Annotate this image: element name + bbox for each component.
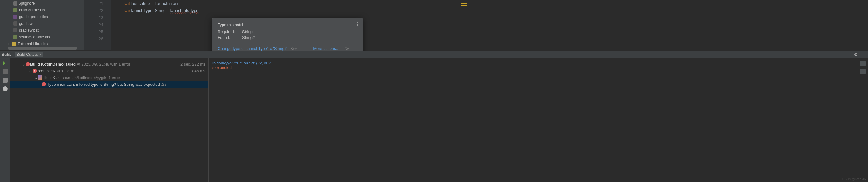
tab-build-output-label: Build Output (17, 52, 38, 57)
minimize-icon[interactable]: — (862, 52, 866, 57)
tree-item-external-libraries[interactable]: ›External Libraries (0, 40, 84, 47)
line-number: 23 (84, 14, 103, 21)
kotlin-file-icon (38, 75, 42, 80)
close-icon[interactable]: × (39, 52, 41, 57)
rerun-icon[interactable] (3, 61, 8, 66)
build-tabs: Build: Build Output× ⚙ — (0, 51, 868, 58)
code-line-22: var launchType: String = launchInfo.type (112, 7, 467, 14)
file-icon (13, 15, 18, 19)
code-line-21: val launchInfo = LaunchInfo() (112, 0, 467, 7)
found-label: Found: (218, 35, 240, 40)
build-row-error[interactable]: ! Type mismatch: inferred type is String… (10, 81, 208, 87)
soft-wrap-icon[interactable] (860, 61, 866, 66)
build-row-label: Build KotlinDemo: (30, 62, 65, 67)
build-row-time: 845 ms (192, 69, 208, 73)
error-icon: ! (26, 62, 30, 66)
filter-icon[interactable] (3, 69, 8, 74)
build-row-label: :compileKotlin (38, 69, 63, 73)
file-icon (13, 35, 18, 39)
line-number: 25 (84, 28, 103, 35)
build-row-label: HelloKt.kt (43, 75, 61, 80)
identifier: launchInfo (131, 1, 150, 6)
identifier: launchType (131, 8, 153, 13)
operator: = (167, 8, 169, 13)
build-row-compile[interactable]: ⌄ ! :compileKotlin 1 error 845 ms (10, 67, 208, 74)
build-row-file[interactable]: ⌄ HelloKt.kt src/main/kotlin/com/yyg/kt … (10, 74, 208, 81)
tree-item-label: settings.gradle.kts (19, 35, 50, 39)
build-row-time: 2 sec, 222 ms (181, 62, 208, 67)
keyword: val (124, 1, 129, 6)
scroll-to-end-icon[interactable] (860, 69, 866, 74)
keyword: var (124, 8, 130, 13)
tree-item-label: gradlew.bat (19, 28, 39, 33)
required-value: String (242, 29, 357, 34)
tooltip-title: Type mismatch. (218, 22, 357, 27)
file-icon (13, 28, 18, 33)
chevron-down-icon[interactable]: ⌄ (22, 62, 26, 67)
build-row-meta: 1 error (64, 69, 75, 73)
tree-item-settings-gradle[interactable]: settings.gradle.kts (0, 34, 84, 40)
tree-item-label: gradlew (19, 22, 33, 26)
build-tab-label: Build: (2, 52, 11, 57)
build-row-status: failed (66, 62, 75, 67)
tree-item-build-gradle[interactable]: build.gradle.kts (0, 7, 84, 13)
tree-item-gradle-properties[interactable]: gradle.properties (0, 13, 84, 20)
quickfix-link[interactable]: Change type of 'launchType' to 'String?' (218, 46, 287, 51)
editor-gutter: 21 22 23 24 25 26 (84, 0, 110, 50)
required-label: Required: (218, 29, 240, 34)
pin-icon[interactable] (3, 78, 8, 83)
view-icon[interactable] (3, 86, 8, 91)
output-link[interactable]: in/com/yyg/kt/HelloKt.kt: (22, 30): (212, 61, 271, 65)
build-row-label: Type mismatch: inferred type is String? … (47, 82, 160, 87)
line-number: 21 (84, 0, 103, 7)
colon: : (153, 8, 154, 13)
call: LaunchInfo() (155, 1, 178, 6)
build-row-root[interactable]: ⌄ ! Build KotlinDemo: failed At 2023/8/9… (10, 61, 208, 67)
output-error: s expected (212, 65, 864, 70)
code-minimap-icon[interactable] (461, 1, 467, 7)
error-icon: ! (42, 82, 46, 86)
file-icon (13, 1, 18, 5)
project-tree: .gitignore build.gradle.kts gradle.prope… (0, 0, 84, 50)
build-panel: Build: Build Output× ⚙ — ⌄ ! Build Kotli… (0, 50, 868, 182)
tree-item-label: External Libraries (18, 42, 48, 46)
chevron-right-icon[interactable]: › (6, 42, 10, 46)
horizontal-scrollbar[interactable] (0, 46, 84, 50)
chevron-down-icon[interactable]: ⌄ (29, 69, 33, 73)
found-value: String? (242, 35, 357, 40)
tree-item-gitignore[interactable]: .gitignore (0, 0, 84, 7)
error-icon: ! (33, 69, 37, 73)
settings-icon[interactable]: ⚙ (854, 52, 858, 57)
more-actions-link[interactable]: More actions... (313, 46, 339, 51)
library-icon (12, 42, 16, 46)
build-output-text[interactable]: in/com/yyg/kt/HelloKt.kt: (22, 30): s ex… (209, 58, 868, 182)
build-row-meta: :22 (161, 82, 166, 87)
file-icon (13, 8, 18, 12)
tree-item-label: gradle.properties (19, 15, 48, 19)
type: String (155, 8, 165, 13)
tree-item-label: .gitignore (19, 1, 35, 5)
tree-item-gradlew-bat[interactable]: gradlew.bat (0, 27, 84, 34)
watermark: CSDN @TechMix (842, 177, 866, 181)
operator: = (151, 1, 153, 6)
line-number: 24 (84, 21, 103, 28)
gutter-separator (110, 0, 112, 50)
more-actions-shortcut: ⌥⏎ (345, 46, 349, 51)
chevron-down-icon[interactable]: ⌄ (34, 75, 38, 80)
build-tree: ⌄ ! Build KotlinDemo: failed At 2023/8/9… (10, 58, 209, 182)
kebab-menu-icon[interactable]: ⋮ (355, 21, 360, 27)
quickfix-shortcut: ⌥⇧⏎ (290, 46, 297, 51)
line-number: 22 (84, 7, 103, 14)
tree-item-gradlew[interactable]: gradlew (0, 20, 84, 27)
build-toolbar (0, 58, 10, 182)
build-row-meta: src/main/kotlin/com/yyg/kt 1 error (62, 75, 120, 80)
file-icon (13, 22, 18, 26)
tree-item-label: build.gradle.kts (19, 8, 45, 12)
build-row-meta: At 2023/8/9, 21:48 with 1 error (77, 62, 130, 67)
expression: launchInfo.type (170, 8, 198, 13)
tab-build-output[interactable]: Build Output× (15, 52, 43, 57)
line-number: 26 (84, 35, 103, 42)
